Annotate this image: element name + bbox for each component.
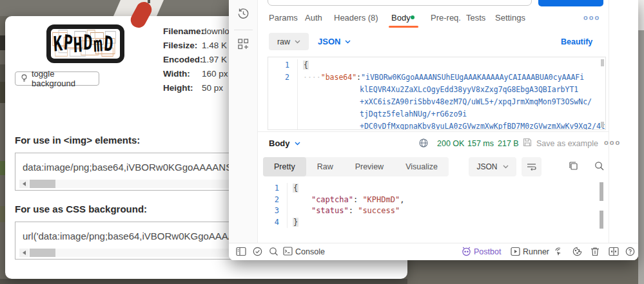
- copy-icon[interactable]: [569, 161, 578, 171]
- request-more-options[interactable]: ooo: [583, 14, 600, 21]
- lightbulb-icon: [21, 74, 28, 83]
- capture-icon[interactable]: [554, 247, 564, 256]
- scroll-left-arrow[interactable]: [19, 249, 28, 257]
- response-format-value: JSON: [476, 162, 497, 171]
- captcha-graphic: K P H D m D: [51, 29, 120, 59]
- code-line: 1{: [268, 59, 605, 71]
- meta-value: downlo: [202, 26, 229, 40]
- meta-value: 160 px: [202, 69, 228, 82]
- bg-thumbnail-block: [0, 161, 5, 175]
- meta-row-encoded: Encoded: 1.97 K: [163, 55, 227, 68]
- css-data-uri-value[interactable]: url('data:image/png;base64,iVBORw0KGgoAA…: [23, 231, 248, 241]
- response-time[interactable]: 157 ms: [467, 139, 494, 148]
- toggle-background-button[interactable]: toggle background: [15, 71, 99, 86]
- postman-context-rail: [609, 0, 638, 243]
- meta-row-filename: Filename: downlo: [163, 26, 229, 40]
- chevron-down-icon: [345, 40, 351, 44]
- postman-window: Params Auth Headers (8) Body Pre-req. Te…: [229, 0, 638, 260]
- trash-icon[interactable]: [590, 247, 600, 256]
- page-scrollbar-thumb[interactable]: [638, 30, 644, 284]
- svg-text:m: m: [93, 32, 103, 57]
- history-icon[interactable]: [237, 8, 249, 20]
- tab-body[interactable]: Body: [391, 13, 411, 23]
- bg-thumbnail-block: [0, 64, 5, 82]
- meta-value: 50 px: [202, 83, 223, 97]
- help-icon[interactable]: [625, 247, 635, 256]
- captcha-image: K P H D m D: [46, 24, 124, 63]
- scrollbar-thumb[interactable]: [30, 180, 55, 188]
- svg-text:K: K: [53, 31, 63, 56]
- bg-thumbnail-block: [0, 206, 5, 222]
- img-usage-heading: For use in <img> elements:: [15, 135, 140, 146]
- tab-settings[interactable]: Settings: [495, 13, 525, 23]
- response-format-select[interactable]: JSON: [469, 157, 516, 176]
- postbot-button[interactable]: Postbot: [474, 247, 501, 256]
- meta-row-height: Height: 50 px: [163, 83, 223, 97]
- tab-auth[interactable]: Auth: [305, 13, 322, 23]
- tab-params[interactable]: Params: [269, 13, 298, 23]
- request-code-lines: 1{2····"base64":"iVBORw0KGgoAAAANSUhEUgA…: [268, 59, 605, 130]
- tab-preview[interactable]: Preview: [344, 157, 395, 176]
- search-icon[interactable]: [269, 247, 278, 256]
- chevron-down-icon: [503, 165, 509, 169]
- postbot-icon[interactable]: [462, 247, 471, 256]
- response-body-viewer[interactable]: 1{2 "captcha": "KPHDmD",3 "status": "suc…: [258, 181, 609, 240]
- img-data-uri-value[interactable]: data:image/png;base64,iVBORw0KGgoAAAANSU…: [23, 162, 244, 173]
- svg-text:D: D: [103, 32, 113, 57]
- tab-raw[interactable]: Raw: [306, 157, 344, 176]
- page-scrollbar-track[interactable]: [638, 0, 644, 30]
- editor-scrollbar-thumb[interactable]: [601, 122, 604, 128]
- response-status[interactable]: 200 OK: [437, 139, 464, 148]
- globe-icon[interactable]: [419, 138, 428, 147]
- editor-scrollbar-thumb[interactable]: [601, 59, 604, 66]
- response-body-select[interactable]: Body: [269, 138, 300, 148]
- beautify-link[interactable]: Beautify: [561, 37, 592, 46]
- bg-thumbnail-block: [0, 35, 5, 50]
- runner-button[interactable]: Runner: [523, 247, 549, 256]
- body-type-value: raw: [277, 37, 290, 46]
- search-icon[interactable]: [594, 161, 604, 171]
- panes-icon[interactable]: [609, 247, 619, 256]
- tab-visualize[interactable]: Visualize: [395, 157, 449, 176]
- response-scrollbar-thumb[interactable]: [600, 211, 603, 229]
- console-icon[interactable]: [283, 247, 293, 256]
- response-more-options[interactable]: ooo: [604, 138, 621, 146]
- response-size[interactable]: 217 B: [498, 139, 519, 148]
- response-header: Body 200 OK 157 ms 217 B Save as example…: [258, 132, 609, 156]
- layout-icon[interactable]: [236, 247, 246, 256]
- svg-text:H: H: [73, 33, 83, 58]
- scroll-left-arrow[interactable]: [19, 180, 28, 188]
- save-icon: [523, 138, 532, 147]
- runner-icon[interactable]: [511, 247, 520, 256]
- meta-label: Height:: [163, 83, 202, 97]
- meta-value: 1.97 K: [202, 55, 227, 68]
- cookie-icon[interactable]: [572, 247, 582, 256]
- send-button[interactable]: [538, 0, 603, 6]
- meta-label: Filename:: [163, 26, 202, 40]
- body-modified-dot: [411, 15, 415, 19]
- body-type-select[interactable]: raw: [269, 33, 309, 50]
- meta-label: Encoded:: [163, 55, 202, 68]
- meta-label: Filesize:: [163, 41, 202, 54]
- scrollbar-thumb[interactable]: [30, 249, 55, 257]
- svg-text:P: P: [63, 30, 73, 55]
- language-select[interactable]: JSON: [318, 37, 351, 46]
- check-circle-icon[interactable]: [253, 247, 262, 256]
- save-as-example-button[interactable]: Save as example: [536, 139, 598, 148]
- code-line: +DC0vDfMxgpnaKbv8yuLA0zGVwzmXwKpfBD7M0zG…: [268, 120, 605, 130]
- tab-headers[interactable]: Headers (8): [334, 13, 378, 23]
- request-url-input[interactable]: [268, 0, 532, 6]
- tab-pre-request[interactable]: Pre-req.: [431, 13, 461, 23]
- new-grid-icon[interactable]: [238, 39, 249, 50]
- bg-thumbnail-block: [0, 82, 5, 103]
- response-body-label: Body: [269, 138, 290, 148]
- response-view-tabs: Pretty Raw Preview Visualize: [263, 157, 449, 176]
- tab-pretty[interactable]: Pretty: [263, 157, 306, 176]
- console-button[interactable]: Console: [295, 247, 325, 256]
- wrap-text-button[interactable]: [522, 157, 542, 176]
- request-body-editor[interactable]: 1{2····"base64":"iVBORw0KGgoAAAANSUhEUgA…: [268, 57, 606, 130]
- response-scrollbar[interactable]: [600, 181, 603, 240]
- tab-tests[interactable]: Tests: [466, 13, 485, 23]
- code-line: klEQVR4Xu2ZaXLcOgyEdd38yyV8xZxg7qG8EbgA3…: [268, 84, 605, 96]
- response-scrollbar-thumb[interactable]: [600, 182, 603, 201]
